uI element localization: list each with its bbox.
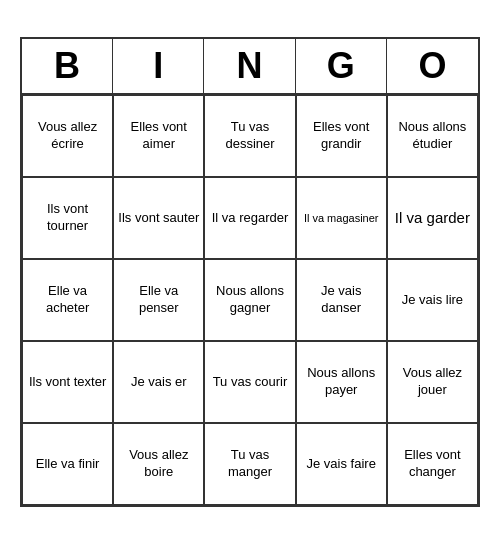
- bingo-cell: Elles vont aimer: [113, 95, 204, 177]
- bingo-header-letter: G: [296, 39, 387, 93]
- bingo-card: BINGO Vous allez écrireElles vont aimerT…: [20, 37, 480, 507]
- bingo-cell: Ils vont texter: [22, 341, 113, 423]
- bingo-cell: Ils vont sauter: [113, 177, 204, 259]
- bingo-cell: Je vais er: [113, 341, 204, 423]
- bingo-cell: Tu vas manger: [204, 423, 295, 505]
- bingo-cell: Elles vont changer: [387, 423, 478, 505]
- bingo-grid: Vous allez écrireElles vont aimerTu vas …: [22, 95, 478, 505]
- bingo-cell: Il va garder: [387, 177, 478, 259]
- bingo-cell: Elles vont grandir: [296, 95, 387, 177]
- bingo-cell: Elle va finir: [22, 423, 113, 505]
- bingo-cell: Je vais danser: [296, 259, 387, 341]
- bingo-cell: Je vais lire: [387, 259, 478, 341]
- bingo-cell: Vous allez jouer: [387, 341, 478, 423]
- bingo-header-letter: B: [22, 39, 113, 93]
- bingo-cell: Tu vas dessiner: [204, 95, 295, 177]
- bingo-cell: Nous allons gagner: [204, 259, 295, 341]
- bingo-cell: Nous allons payer: [296, 341, 387, 423]
- bingo-cell: Vous allez écrire: [22, 95, 113, 177]
- bingo-cell: Elle va penser: [113, 259, 204, 341]
- bingo-cell: Elle va acheter: [22, 259, 113, 341]
- bingo-cell: Ils vont tourner: [22, 177, 113, 259]
- bingo-cell: Nous allons étudier: [387, 95, 478, 177]
- bingo-cell: Vous allez boire: [113, 423, 204, 505]
- bingo-header-letter: I: [113, 39, 204, 93]
- bingo-cell: Il va magasiner: [296, 177, 387, 259]
- bingo-header-letter: N: [204, 39, 295, 93]
- bingo-cell: Il va regarder: [204, 177, 295, 259]
- bingo-cell: Tu vas courir: [204, 341, 295, 423]
- bingo-header-letter: O: [387, 39, 478, 93]
- bingo-header: BINGO: [22, 39, 478, 95]
- bingo-cell: Je vais faire: [296, 423, 387, 505]
